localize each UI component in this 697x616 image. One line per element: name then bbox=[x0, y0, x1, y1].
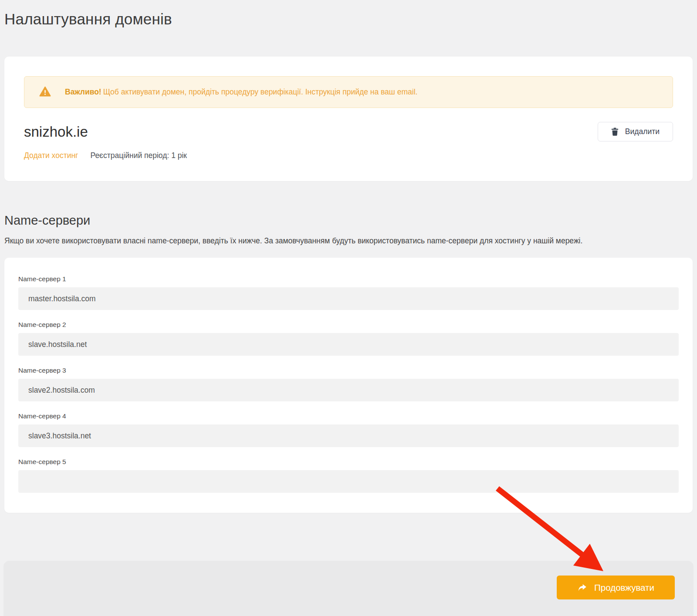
nameserver-field-2: Name-сервер 2 bbox=[18, 321, 679, 356]
nameserver-field-3: Name-сервер 3 bbox=[18, 367, 679, 401]
domain-meta-row: Додати хостинг Реєстраційний період: 1 р… bbox=[24, 151, 673, 160]
continue-button[interactable]: Продовжувати bbox=[557, 576, 675, 599]
warning-triangle-icon bbox=[39, 86, 51, 97]
domain-row: snizhok.ie Видалити bbox=[24, 122, 673, 141]
domain-settings-page: Налаштування доменів Важливо!Щоб активув… bbox=[0, 0, 697, 616]
alert-message: Важливо!Щоб активувати домен, пройдіть п… bbox=[65, 88, 417, 97]
nameservers-card: Name-сервер 1 Name-сервер 2 Name-сервер … bbox=[4, 258, 693, 513]
nameserver-4-label: Name-сервер 4 bbox=[18, 412, 679, 420]
nameserver-2-label: Name-сервер 2 bbox=[18, 321, 679, 329]
alert-bold-text: Важливо! bbox=[65, 88, 102, 96]
nameserver-2-input[interactable] bbox=[18, 333, 679, 356]
registration-period: Реєстраційний період: 1 рік bbox=[90, 151, 187, 160]
nameserver-field-4: Name-сервер 4 bbox=[18, 412, 679, 447]
nameserver-field-5: Name-сервер 5 bbox=[18, 458, 679, 493]
nameserver-5-input[interactable] bbox=[18, 470, 679, 493]
footer-bar: Продовжувати bbox=[3, 561, 694, 616]
nameserver-field-1: Name-сервер 1 bbox=[18, 275, 679, 310]
domain-card: Важливо!Щоб активувати домен, пройдіть п… bbox=[4, 57, 693, 181]
nameserver-5-label: Name-сервер 5 bbox=[18, 458, 679, 466]
nameserver-3-input[interactable] bbox=[18, 379, 679, 401]
alert-text: Щоб активувати домен, пройдіть процедуру… bbox=[103, 88, 418, 96]
trash-icon bbox=[611, 128, 619, 136]
nameservers-heading: Name-сервери bbox=[4, 213, 693, 228]
verification-alert: Важливо!Щоб активувати домен, пройдіть п… bbox=[24, 76, 673, 108]
page-title: Налаштування доменів bbox=[0, 0, 697, 28]
delete-button-label: Видалити bbox=[625, 127, 660, 136]
nameserver-1-label: Name-сервер 1 bbox=[18, 275, 679, 283]
continue-button-label: Продовжувати bbox=[594, 582, 654, 593]
nameservers-description: Якщо ви хочете використовувати власні na… bbox=[4, 236, 693, 246]
delete-domain-button[interactable]: Видалити bbox=[598, 122, 673, 141]
add-hosting-link[interactable]: Додати хостинг bbox=[24, 151, 78, 160]
nameserver-4-input[interactable] bbox=[18, 424, 679, 447]
nameserver-1-input[interactable] bbox=[18, 287, 679, 310]
nameserver-3-label: Name-сервер 3 bbox=[18, 367, 679, 374]
forward-arrow-icon bbox=[577, 583, 587, 592]
domain-name: snizhok.ie bbox=[24, 124, 88, 140]
